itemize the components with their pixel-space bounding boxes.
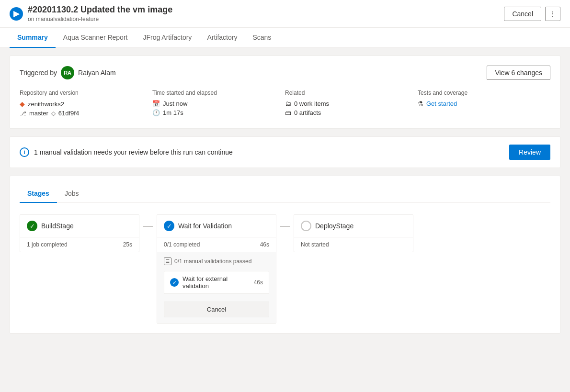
top-bar-right: Cancel ⋮ xyxy=(504,7,560,21)
triggered-label: Triggered by xyxy=(20,69,57,77)
review-button[interactable]: Review xyxy=(509,145,550,160)
start-time: Just now xyxy=(163,100,187,107)
view-changes-button[interactable]: View 6 changes xyxy=(487,66,550,80)
repo-label: Repository and version xyxy=(20,90,145,96)
tab-jobs[interactable]: Jobs xyxy=(57,186,87,203)
tab-aqua-scanner[interactable]: Aqua Scanner Report xyxy=(56,28,136,48)
info-row: i 1 manual validation needs your review … xyxy=(20,147,233,157)
top-bar: ▶ #20201130.2 Updated the vm image on ma… xyxy=(0,0,570,28)
build-stage-duration: 25s xyxy=(123,241,132,248)
sub-task-icon: ✓ xyxy=(170,278,179,287)
wait-stage-card: ✓ Wait for Validation 0/1 completed 46s … xyxy=(157,214,276,324)
branch-icon: ⎇ xyxy=(20,110,26,117)
avatar-initials: RA xyxy=(64,70,71,76)
sub-task-label: Wait for external validation xyxy=(182,275,254,290)
wait-stage-footer: 0/1 completed 46s xyxy=(157,237,276,252)
wait-stage-duration: 46s xyxy=(260,241,269,248)
manual-validation-row: ☰ 0/1 manual validations passed xyxy=(164,258,269,265)
get-started-link[interactable]: Get started xyxy=(426,100,457,107)
branch-name: master xyxy=(29,110,48,117)
tab-jfrog[interactable]: JFrog Artifactory xyxy=(135,28,199,48)
build-stage-status: 1 job completed xyxy=(27,241,68,248)
repo-icon: ◆ xyxy=(20,100,25,108)
user-name: Raiyan Alam xyxy=(78,69,116,77)
tab-stages[interactable]: Stages xyxy=(20,186,57,203)
triggered-row: Triggered by RA Raiyan Alam View 6 chang… xyxy=(20,66,550,80)
deploy-not-started-icon xyxy=(301,221,311,231)
stages-grid: ✓ BuildStage 1 job completed 25s ✓ Wait … xyxy=(20,214,550,324)
wait-in-progress-icon: ✓ xyxy=(164,221,174,231)
deploy-stage-card: DeployStage Not started xyxy=(294,214,413,252)
triggered-card: Triggered by RA Raiyan Alam View 6 chang… xyxy=(10,56,560,129)
build-stage-header: ✓ BuildStage xyxy=(20,215,139,237)
work-items-row: 🗂 0 work items xyxy=(285,100,410,107)
time-section: Time started and elapsed 📅 Just now 🕐 1m… xyxy=(152,90,285,119)
build-stage-name: BuildStage xyxy=(41,222,74,230)
calendar-icon: 📅 xyxy=(152,100,160,107)
sub-task-duration: 46s xyxy=(254,279,263,286)
connector-1 xyxy=(139,214,157,238)
sub-task-left: ✓ Wait for external validation xyxy=(170,275,254,290)
time-label: Time started and elapsed xyxy=(152,90,277,96)
build-stage-card: ✓ BuildStage 1 job completed 25s xyxy=(20,214,139,252)
avatar: RA xyxy=(61,66,74,79)
pipeline-title: #20201130.2 Updated the vm image xyxy=(28,5,172,15)
tab-summary[interactable]: Summary xyxy=(10,28,56,48)
sub-task-row: ✓ Wait for external validation 46s xyxy=(164,271,269,294)
repo-name-row: ◆ zenithworks2 xyxy=(20,100,145,108)
wait-stage-name: Wait for Validation xyxy=(178,222,232,230)
validation-message: 1 manual validation needs your review be… xyxy=(34,148,233,156)
stages-card: Stages Jobs ✓ BuildStage 1 job completed… xyxy=(10,176,560,334)
mv-icon: ☰ xyxy=(164,258,171,265)
start-time-row: 📅 Just now xyxy=(152,100,277,107)
pipeline-icon: ▶ xyxy=(10,7,23,21)
nav-tabs: Summary Aqua Scanner Report JFrog Artifa… xyxy=(0,28,570,48)
artifacts-row: 🗃 0 artifacts xyxy=(285,109,410,116)
validation-banner: i 1 manual validation needs your review … xyxy=(10,136,560,168)
deploy-stage-name: DeployStage xyxy=(315,222,353,230)
connector-line-2 xyxy=(280,226,290,227)
get-started-row: ⚗ Get started xyxy=(418,100,543,107)
tests-label: Tests and coverage xyxy=(418,90,543,96)
elapsed-time: 1m 17s xyxy=(163,109,183,116)
clock-icon: 🕐 xyxy=(152,109,160,116)
artifacts-count: 0 artifacts xyxy=(294,109,321,116)
tab-artifactory[interactable]: Artifactory xyxy=(199,28,245,48)
meta-row: Repository and version ◆ zenithworks2 ⎇ … xyxy=(20,90,550,119)
tests-section: Tests and coverage ⚗ Get started xyxy=(418,90,550,119)
deploy-stage-status: Not started xyxy=(301,241,329,248)
top-bar-left: ▶ #20201130.2 Updated the vm image on ma… xyxy=(10,5,172,22)
stages-nav: Stages Jobs xyxy=(20,186,550,203)
repo-name: zenithworks2 xyxy=(28,101,64,108)
connector-line-1 xyxy=(143,226,153,227)
related-section: Related 🗂 0 work items 🗃 0 artifacts xyxy=(285,90,418,119)
info-icon: i xyxy=(20,147,29,157)
commit-icon: ◇ xyxy=(51,110,56,117)
cancel-button[interactable]: Cancel xyxy=(504,7,541,21)
work-items-icon: 🗂 xyxy=(285,100,291,107)
deploy-stage-header: DeployStage xyxy=(294,215,413,237)
repo-section: Repository and version ◆ zenithworks2 ⎇ … xyxy=(20,90,152,119)
branch-commit-row: ⎇ master ◇ 61df9f4 xyxy=(20,110,145,117)
wait-stage-status: 0/1 completed xyxy=(164,241,200,248)
commit-hash: 61df9f4 xyxy=(58,110,79,117)
elapsed-row: 🕐 1m 17s xyxy=(152,109,277,116)
get-started-icon: ⚗ xyxy=(418,100,423,107)
tab-scans[interactable]: Scans xyxy=(245,28,279,48)
stage-cancel-button[interactable]: Cancel xyxy=(164,302,269,317)
build-stage-footer: 1 job completed 25s xyxy=(20,237,139,252)
related-label: Related xyxy=(285,90,410,96)
deploy-stage-footer: Not started xyxy=(294,237,413,252)
artifacts-icon: 🗃 xyxy=(285,109,291,116)
wait-stage-body: ☰ 0/1 manual validations passed ✓ Wait f… xyxy=(157,252,276,323)
work-items-count: 0 work items xyxy=(294,100,329,107)
more-options-button[interactable]: ⋮ xyxy=(545,7,560,21)
connector-2 xyxy=(276,214,294,238)
triggered-by: Triggered by RA Raiyan Alam xyxy=(20,66,116,79)
title-section: #20201130.2 Updated the vm image on manu… xyxy=(28,5,172,22)
wait-stage-header: ✓ Wait for Validation xyxy=(157,215,276,237)
build-success-icon: ✓ xyxy=(27,221,37,231)
pipeline-subtitle: on manualvalidation-feature xyxy=(28,16,172,22)
manual-validation-text: 0/1 manual validations passed xyxy=(174,258,251,265)
main-content: Triggered by RA Raiyan Alam View 6 chang… xyxy=(0,48,570,341)
